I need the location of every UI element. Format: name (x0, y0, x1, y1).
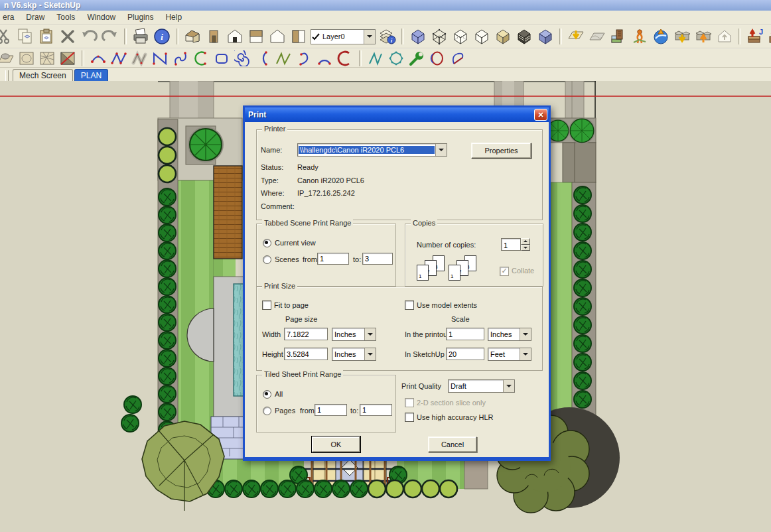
width-input[interactable] (284, 328, 328, 340)
sketchup-unit-combo[interactable]: Feet (488, 348, 531, 361)
wireframe-icon[interactable] (430, 27, 449, 46)
layers-manager-icon[interactable]: i (378, 27, 397, 46)
plugin-j1-icon[interactable]: J (746, 27, 764, 46)
copy-icon[interactable] (16, 27, 35, 46)
cancel-button[interactable]: Cancel (428, 436, 477, 452)
menu-draw[interactable]: Draw (26, 13, 44, 22)
monochrome-icon[interactable] (536, 27, 555, 46)
height-input[interactable] (284, 348, 328, 360)
chevron-down-icon[interactable] (520, 348, 531, 360)
window-titlebar[interactable]: n V6.skp - SketchUp (0, 0, 771, 11)
print-icon[interactable] (131, 27, 150, 46)
plugin-j2-icon[interactable] (767, 27, 771, 46)
arc-red-icon[interactable] (336, 50, 354, 66)
pages-from-input[interactable] (315, 404, 347, 416)
s-curve-icon[interactable] (172, 50, 189, 66)
view-iso-icon[interactable] (183, 27, 202, 46)
fit-to-page-checkbox[interactable] (262, 300, 271, 310)
copies-spinner[interactable] (501, 238, 530, 251)
spiral-icon[interactable] (234, 50, 251, 66)
bezier-arc-icon[interactable] (90, 50, 107, 66)
shaded-textures-icon[interactable] (515, 27, 533, 46)
tab-mech-screen[interactable]: Mech Screen (13, 69, 73, 82)
copies-input[interactable] (501, 238, 521, 251)
chevron-down-icon[interactable] (364, 348, 376, 360)
half-arc-icon[interactable] (316, 50, 333, 66)
close-icon[interactable]: ✕ (534, 109, 547, 121)
width-unit-combo[interactable]: Inches (332, 328, 376, 341)
use-model-extents-checkbox[interactable] (405, 300, 414, 310)
view-left-icon[interactable] (289, 27, 308, 46)
scenes-to-input[interactable] (362, 253, 393, 265)
ellipse-red-icon[interactable] (429, 50, 446, 66)
hlr-checkbox[interactable] (405, 413, 414, 422)
sandbox-from-scratch-icon[interactable] (18, 50, 35, 66)
view-top-icon[interactable] (247, 27, 265, 46)
chevron-down-icon[interactable] (364, 328, 376, 340)
chevron-down-icon[interactable] (435, 144, 447, 156)
arc-green-icon[interactable] (192, 50, 210, 66)
xray-icon[interactable] (409, 27, 427, 46)
spin-up-icon[interactable] (521, 238, 530, 245)
hidden-line-icon[interactable] (472, 27, 491, 46)
ge-toggle-terrain-icon[interactable] (588, 27, 606, 46)
menu-camera[interactable]: era (3, 13, 14, 22)
properties-button[interactable]: Properties (471, 143, 531, 159)
polygon-teal-icon[interactable] (387, 50, 405, 66)
cut-icon[interactable] (0, 27, 13, 46)
model-person-icon[interactable] (630, 27, 649, 46)
view-front-icon[interactable] (226, 27, 244, 46)
google-earth-icon[interactable] (652, 27, 670, 46)
upload-models-icon[interactable] (694, 27, 713, 46)
menu-help[interactable]: Help (165, 13, 182, 22)
scenes-from-input[interactable] (317, 253, 349, 265)
menu-tools[interactable]: Tools (56, 13, 75, 22)
scenes-radio[interactable] (263, 255, 271, 264)
menu-plugins[interactable]: Plugins (127, 13, 153, 22)
freehand-fuzzy-icon[interactable] (131, 50, 148, 66)
hook-curve-icon[interactable] (295, 50, 313, 66)
view-right-icon[interactable] (204, 27, 223, 46)
redo-icon[interactable] (101, 27, 119, 46)
polyline-teal-icon[interactable] (367, 50, 384, 66)
all-pages-radio[interactable] (263, 390, 271, 399)
photo-textures-icon[interactable] (609, 27, 628, 46)
model-info-icon[interactable]: i (153, 27, 171, 46)
printout-unit-combo[interactable]: Inches (488, 328, 531, 341)
current-view-radio[interactable] (263, 239, 271, 247)
polyline-blue-icon[interactable] (110, 50, 127, 66)
sandbox-drape-icon[interactable] (59, 50, 76, 66)
tab-plan[interactable]: PLAN (74, 69, 108, 82)
chevron-down-icon[interactable] (520, 328, 531, 340)
rounded-rect-icon[interactable] (213, 50, 230, 66)
printer-name-combo[interactable]: \\hallengdc\Canon iR2020 PCL6 (297, 143, 447, 157)
pages-range-radio[interactable] (263, 407, 271, 415)
layer-combo-arrow-icon[interactable] (364, 30, 375, 44)
print-dialog-titlebar[interactable]: Print ✕ (245, 107, 549, 122)
erase-icon[interactable] (58, 27, 77, 46)
paste-icon[interactable] (37, 27, 56, 46)
sandbox-stamp-icon[interactable] (0, 50, 15, 66)
print-quality-combo[interactable]: Draft (448, 379, 515, 393)
menu-window[interactable]: Window (87, 13, 115, 22)
undo-icon[interactable] (80, 27, 98, 46)
arc-open-icon[interactable] (254, 50, 271, 66)
sketchup-input[interactable] (446, 348, 484, 360)
wrench-icon[interactable] (408, 50, 425, 66)
printout-input[interactable] (446, 328, 484, 340)
share-model-icon[interactable] (715, 27, 734, 46)
shaded-icon[interactable] (494, 27, 512, 46)
pages-to-input[interactable] (360, 404, 392, 416)
spin-down-icon[interactable] (521, 245, 530, 251)
back-edges-icon[interactable] (451, 27, 470, 46)
get-models-icon[interactable] (673, 27, 691, 46)
ge-get-current-view-icon[interactable] (567, 27, 585, 46)
polyline-green-icon[interactable] (275, 50, 292, 66)
view-back-icon[interactable] (268, 27, 287, 46)
chevron-down-icon[interactable] (503, 380, 514, 392)
height-unit-combo[interactable]: Inches (332, 348, 376, 361)
polyline-n-icon[interactable] (151, 50, 169, 66)
sandbox-smoove-icon[interactable] (38, 50, 56, 66)
layer-combo[interactable]: Layer0 (311, 29, 376, 44)
loop-curve-icon[interactable] (449, 50, 466, 66)
